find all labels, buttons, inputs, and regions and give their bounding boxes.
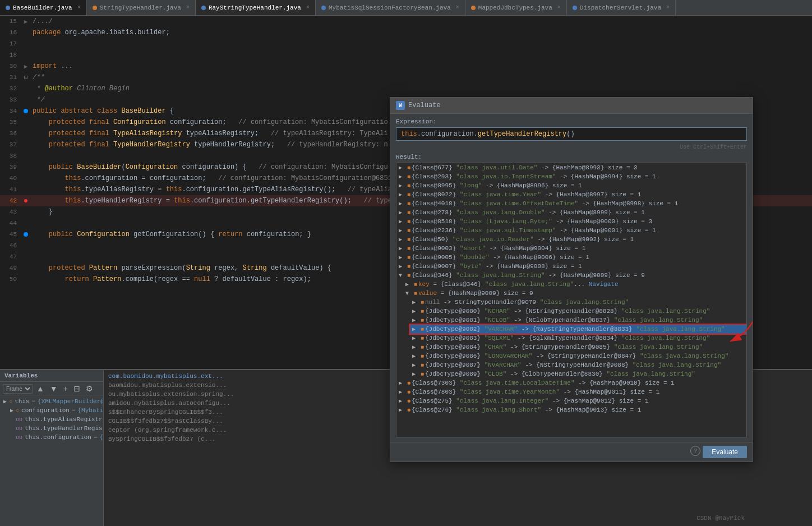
result-item-integer: ▶ ■ {Class@275} "class java.lang.Integer…	[396, 396, 746, 405]
eval-body: Expression: this.configuration.getTypeHa…	[390, 114, 753, 442]
expression-value: this.configuration.getTypeHandlerRegistr…	[401, 130, 575, 138]
var-item-this: ▶ ○ this = {XMLMapperBuilder@8754}	[0, 397, 103, 406]
result-item-null: ▶ ■ null -> StringTypeHandler@9079 "clas…	[410, 298, 746, 307]
result-item: ▶ ■ {Class@9003} "short" -> {HashMap@900…	[396, 244, 746, 253]
eval-title-bar: W Evaluate	[390, 98, 753, 114]
tab-icon	[573, 6, 577, 10]
result-item-value: ▼ ■ value = {HashMap@9009} size = 9	[403, 289, 746, 298]
result-item: ▶ ■ {Class@677} "class java.util.Date" -…	[396, 163, 746, 172]
editor-area[interactable]: 15 ▶ /.../ 16 package org.apache.ibatis.…	[0, 16, 812, 526]
code-line-15: 15 ▶ /.../	[0, 16, 812, 27]
tab-label: StringTypeHandler.java	[100, 4, 181, 11]
frame-selector[interactable]: Frame	[3, 384, 33, 394]
tab-dispatcherservlet[interactable]: DispatcherServlet.java ×	[567, 0, 676, 15]
result-item: ▶ ■ {Class@8518} "class [Ljava.lang.Byte…	[396, 217, 746, 226]
code-line-17: 17	[0, 38, 812, 49]
result-item: ▶ ■ {Class@293} "class java.io.InputStre…	[396, 172, 746, 181]
result-item-sqlxml: ▶ ■ {JdbcType@9083} "SQLXML" -> {SqlxmlT…	[410, 334, 746, 343]
tab-label: BaseBuilder.java	[13, 4, 72, 11]
tab-close[interactable]: ×	[456, 4, 459, 11]
result-item: ▶ ■ {Class@8022} "class java.time.Year" …	[396, 190, 746, 199]
code-line-31: 31 ⊟ /**	[0, 72, 812, 83]
result-item-nchar: ▶ ■ {JdbcType@9080} "NCHAR" -> {NStringT…	[410, 307, 746, 316]
var-item-typealiasregistry: ▶ oo this.typeAliasRegistry = {TypeAlias…	[0, 415, 103, 424]
expression-input[interactable]: this.configuration.getTypeHandlerRegistr…	[396, 127, 747, 141]
code-line-16: 16 package org.apache.ibatis.builder;	[0, 27, 812, 38]
result-item-yearmonth: ▶ ■ {Class@7803} "class java.time.YearMo…	[396, 387, 746, 396]
tab-close[interactable]: ×	[306, 4, 310, 11]
result-item: ▶ ■ {Class@8995} "long" -> {HashMap@8996…	[396, 181, 746, 190]
result-item-nvarchar: ▶ ■ {JdbcType@9087} "NVARCHAR" -> {NStri…	[410, 361, 746, 370]
result-label: Result:	[396, 154, 747, 160]
variable-controls: Frame ▲ ▼ + ⊟ ⚙	[0, 382, 103, 396]
result-item: ▶ ■ {Class@4018} "class java.time.Offset…	[396, 199, 746, 208]
tab-raystringtypehandler[interactable]: RayStringTypeHandler.java ×	[196, 0, 316, 15]
eval-title: Evaluate	[408, 101, 441, 109]
result-item-varchar[interactable]: ▶ ■ {JdbcType@9082} "VARCHAR" -> {RayStr…	[410, 325, 746, 334]
result-item: ▶ ■ {Class@2236} "class java.sql.Timesta…	[396, 226, 746, 235]
var-list: ▶ ○ this = {XMLMapperBuilder@8754} ▶ ○ c…	[0, 396, 103, 526]
result-item: ▶ ■ {Class@9007} "byte" -> {HashMap@9008…	[396, 262, 746, 271]
result-item-localdatetime: ▶ ■ {Class@7303} "class java.time.LocalD…	[396, 379, 746, 387]
eval-footer: ? Evaluate	[390, 442, 753, 462]
code-line-32: 32 * @author Clinton Begin	[0, 83, 812, 94]
tab-close[interactable]: ×	[77, 4, 81, 11]
code-line-30: 30 ▶ import ...	[0, 61, 812, 72]
vars-add-btn[interactable]: +	[62, 384, 70, 394]
result-item: ▶ ■ {Class@278} "class java.lang.Double"…	[396, 208, 746, 217]
tab-icon	[6, 6, 10, 10]
tab-icon	[201, 6, 206, 10]
vars-filter-btn[interactable]: ⊟	[72, 384, 82, 394]
vars-down-btn[interactable]: ▼	[48, 384, 59, 394]
evaluate-button[interactable]: Evaluate	[703, 446, 747, 458]
tab-close[interactable]: ×	[557, 4, 561, 11]
code-line-18: 18	[0, 49, 812, 61]
tab-close[interactable]: ×	[666, 4, 670, 11]
vars-up-btn[interactable]: ▲	[35, 384, 46, 394]
tab-label: DispatcherServlet.java	[580, 4, 661, 11]
tab-basebuilderjava[interactable]: BaseBuilder.java ×	[0, 0, 87, 15]
evaluate-dialog: W Evaluate Expression: this.configuratio…	[390, 97, 753, 462]
tab-bar: BaseBuilder.java × StringTypeHandler.jav…	[0, 0, 812, 16]
tab-icon	[93, 6, 97, 10]
result-item-key: ▶ ■ key = {Class@346} "class java.lang.S…	[403, 280, 746, 289]
var-item-typehandlerregistry: ▶ oo this.typeHandlerRegistry = null	[0, 424, 103, 433]
help-icon[interactable]: ?	[690, 446, 700, 456]
eval-hint: Use Ctrl+Shift+Enter	[396, 144, 747, 150]
tab-label: MybatisSqlSessionFactoryBean.java	[329, 4, 451, 11]
main-layout: 15 ▶ /.../ 16 package org.apache.ibatis.…	[0, 16, 812, 526]
result-item-clob: ▶ ■ {JdbcType@9089} "CLOB" -> {ClobTypeH…	[410, 370, 746, 379]
expression-label: Expression:	[396, 118, 747, 125]
result-item-string: ▼ ■ {Class@346} "class java.lang.String"…	[396, 271, 746, 280]
result-item-longvarchar: ▶ ■ {JdbcType@9086} "LONGVARCHAR" -> {St…	[410, 352, 746, 361]
variables-header: Variables	[0, 370, 103, 382]
result-item-nclob: ▶ ■ {JdbcType@9081} "NCLOB" -> {NClobTyp…	[410, 316, 746, 325]
var-item-this-configuration: ▶ oo this.configuration = {MybatisConfig…	[0, 433, 103, 442]
tab-icon	[471, 6, 476, 10]
result-item-char: ▶ ■ {JdbcType@9084} "CHAR" -> {StringTyp…	[410, 343, 746, 352]
tab-stringtypehandler[interactable]: StringTypeHandler.java ×	[87, 0, 196, 15]
tab-label: MappedJdbcTypes.java	[478, 4, 552, 11]
eval-results[interactable]: ▶ ■ {Class@677} "class java.util.Date" -…	[396, 163, 747, 437]
var-item-configuration: ▶ ○ configuration = {MybatisConfiguratio…	[0, 406, 103, 415]
result-item-short: ▶ ■ {Class@276} "class java.lang.Short" …	[396, 405, 746, 414]
result-item: ▶ ■ {Class@9005} "double" -> {HashMap@90…	[396, 253, 746, 262]
watermark: CSDN @RayPick	[696, 515, 745, 522]
vars-settings-btn[interactable]: ⚙	[84, 384, 95, 394]
evaluate-icon: W	[396, 101, 405, 110]
variables-panel: Variables Frame ▲ ▼ + ⊟ ⚙ ▶ ○ this	[0, 370, 104, 526]
result-item: ▶ ■ {Class@50} "class java.io.Reader" ->…	[396, 235, 746, 244]
tab-mybatissqlfactory[interactable]: MybatisSqlSessionFactoryBean.java ×	[316, 0, 465, 15]
tab-close[interactable]: ×	[186, 4, 190, 11]
tab-mappedjdbctypes[interactable]: MappedJdbcTypes.java ×	[465, 0, 567, 15]
tab-label: RayStringTypeHandler.java	[209, 4, 301, 11]
tab-icon	[321, 6, 326, 10]
